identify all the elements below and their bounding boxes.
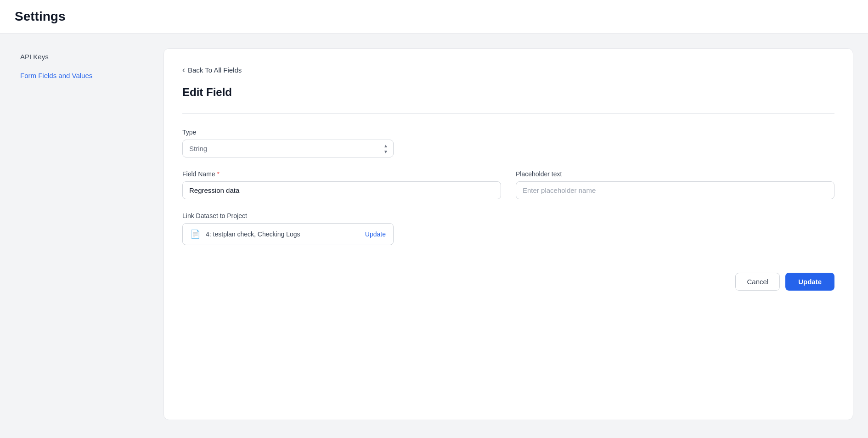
page-title: Settings [15, 9, 853, 24]
placeholder-text-input[interactable] [516, 181, 834, 199]
type-select-wrapper: String Number Boolean Date ▲ ▼ [182, 140, 394, 157]
page-body: API Keys Form Fields and Values ‹ Back T… [0, 34, 868, 435]
sidebar: API Keys Form Fields and Values [15, 48, 152, 420]
dataset-box: 📄 4: testplan check, Checking Logs Updat… [182, 223, 394, 245]
type-label: Type [182, 129, 834, 136]
edit-field-title: Edit Field [182, 86, 834, 99]
link-dataset-label: Link Dataset to Project [182, 212, 834, 219]
placeholder-text-col: Placeholder text [516, 170, 834, 199]
link-dataset-section: Link Dataset to Project 📄 4: testplan ch… [182, 212, 834, 245]
field-name-input[interactable] [182, 181, 501, 199]
page-header: Settings [0, 0, 868, 34]
sidebar-item-form-fields[interactable]: Form Fields and Values [15, 67, 152, 84]
placeholder-text-label: Placeholder text [516, 170, 834, 178]
back-link[interactable]: ‹ Back To All Fields [182, 65, 834, 75]
field-row: Field Name * Placeholder text [182, 170, 834, 199]
divider [182, 113, 834, 114]
update-button[interactable]: Update [785, 273, 834, 291]
field-name-col: Field Name * [182, 170, 501, 199]
cancel-button[interactable]: Cancel [735, 273, 780, 291]
field-name-label: Field Name * [182, 170, 501, 178]
form-actions: Cancel Update [182, 273, 834, 291]
sidebar-item-api-keys[interactable]: API Keys [15, 48, 152, 65]
main-content: ‹ Back To All Fields Edit Field Type Str… [163, 48, 853, 420]
dataset-file-icon: 📄 [190, 229, 200, 239]
dataset-update-link[interactable]: Update [365, 230, 386, 238]
type-section: Type String Number Boolean Date ▲ ▼ [182, 129, 834, 157]
required-star: * [217, 170, 220, 178]
type-select[interactable]: String Number Boolean Date [182, 140, 394, 157]
back-chevron-icon: ‹ [182, 65, 185, 75]
dataset-text: 4: testplan check, Checking Logs [206, 230, 360, 238]
